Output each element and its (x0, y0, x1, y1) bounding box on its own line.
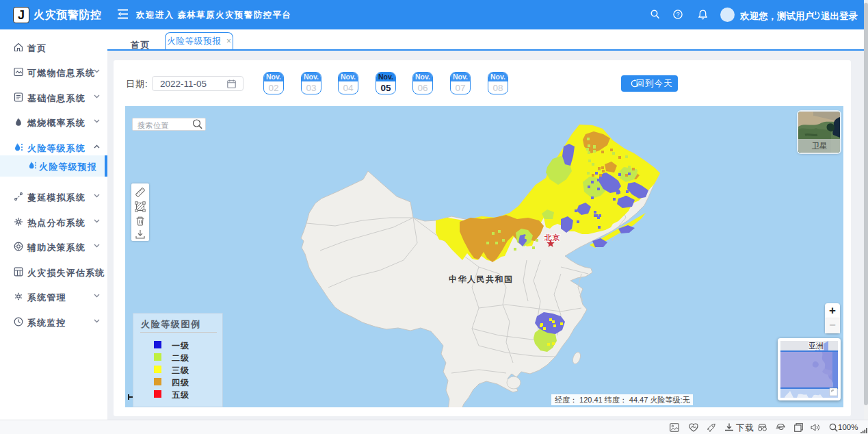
svg-text:卫星: 卫星 (812, 142, 828, 150)
svg-text:?: ? (676, 11, 680, 18)
svg-text:中华人民共和国: 中华人民共和国 (449, 275, 514, 284)
svg-text:亚洲: 亚洲 (808, 342, 824, 350)
svg-text:北京: 北京 (544, 233, 560, 242)
